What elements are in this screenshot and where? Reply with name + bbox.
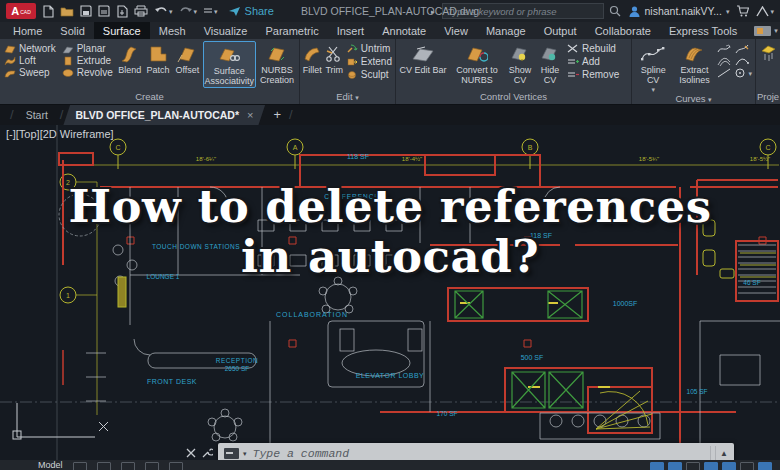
ribbon-display-icon <box>754 26 771 36</box>
undo-icon[interactable]: ▾ <box>154 6 173 17</box>
extract-isolines-button[interactable]: Extract Isolines <box>673 41 715 86</box>
blend-curve-icon[interactable] <box>717 44 731 54</box>
file-tab-document[interactable]: BLVD OFFICE_PLAN-AUTOCAD* × <box>63 104 265 125</box>
open-folder-icon[interactable] <box>60 5 74 17</box>
command-bar[interactable]: ▾ ▲ <box>218 443 734 460</box>
panel-curves-footer[interactable]: Curves ▾ <box>632 93 755 104</box>
extract-isolines-icon <box>683 45 705 63</box>
recent-commands-icon[interactable] <box>224 448 239 459</box>
untrim-button[interactable]: Untrim <box>347 43 392 54</box>
tab-manage[interactable]: Manage <box>477 22 535 39</box>
extrude-button[interactable]: Extrude <box>62 55 113 66</box>
cv-edit-bar-button[interactable]: CV Edit Bar <box>397 41 449 76</box>
fillet-button[interactable]: Fillet <box>301 41 324 76</box>
drawing-canvas[interactable]: [-] [Top] [2D Wireframe] C A B C 2 1 <box>0 125 780 460</box>
offset-curve-icon[interactable] <box>717 56 731 66</box>
undo-caret-icon[interactable]: ▾ <box>169 8 173 15</box>
revolve-button[interactable]: Revolve <box>62 67 113 78</box>
tab-solid[interactable]: Solid <box>51 22 93 39</box>
units-toggle-icon[interactable] <box>686 462 700 470</box>
panel-edit-footer[interactable]: Edit ▾ <box>300 91 395 104</box>
command-input[interactable] <box>251 446 707 461</box>
autocad-logo[interactable]: A CAD <box>6 3 36 19</box>
workspace-toggle-icon[interactable] <box>668 462 682 470</box>
polar-toggle-icon[interactable] <box>145 462 159 470</box>
command-customize-wrench-icon[interactable] <box>201 447 213 459</box>
planar-button[interactable]: Planar <box>62 43 113 54</box>
arc-icon[interactable] <box>735 56 749 66</box>
tab-output[interactable]: Output <box>535 22 586 39</box>
grid-toggle-icon[interactable] <box>73 462 87 470</box>
search-icon[interactable] <box>609 5 621 17</box>
close-tab-icon[interactable]: × <box>247 109 253 121</box>
tab-annotate[interactable]: Annotate <box>373 22 435 39</box>
show-cv-button[interactable]: Show CV <box>505 41 535 86</box>
tab-mesh[interactable]: Mesh <box>150 22 195 39</box>
project-geometry-button[interactable] <box>757 41 779 66</box>
autodesk-logo-icon[interactable]: ▾ <box>756 6 774 17</box>
hide-cv-button[interactable]: Hide CV <box>535 41 565 86</box>
graphics-toggle-icon[interactable] <box>704 462 718 470</box>
command-history-toggle-icon[interactable]: ▲ <box>720 449 728 458</box>
clean-screen-toggle-icon[interactable] <box>740 462 754 470</box>
curve-pencil-icon[interactable] <box>735 44 749 54</box>
new-tab-button[interactable]: + <box>265 104 289 125</box>
tab-express-tools[interactable]: Express Tools <box>660 22 746 39</box>
convert-to-nurbs-button[interactable]: Convert to NURBS <box>449 41 505 86</box>
remove-cv-button[interactable]: Remove <box>567 69 619 80</box>
tab-collaborate[interactable]: Collaborate <box>586 22 660 39</box>
viewport-visual-style-control[interactable]: [2D Wireframe] <box>40 128 114 140</box>
surface-associativity-button[interactable]: Surface Associativity <box>203 41 257 88</box>
tab-parametric[interactable]: Parametric <box>256 22 327 39</box>
annotation-toggle-icon[interactable] <box>650 462 664 470</box>
tab-insert[interactable]: Insert <box>328 22 374 39</box>
add-cv-button[interactable]: Add <box>567 56 619 67</box>
panel-project-footer[interactable]: Proje <box>756 91 780 104</box>
save-icon[interactable] <box>80 5 92 17</box>
tab-home[interactable]: Home <box>4 22 51 39</box>
circle-tool-button[interactable]: ▾ <box>735 68 752 78</box>
line-icon[interactable] <box>717 68 731 78</box>
nurbs-creation-button[interactable]: NURBS Creation <box>256 41 298 86</box>
titlebar-right: ▸ nishant.naikVY... ▾ ▾ <box>431 3 774 19</box>
plot-printer-icon[interactable] <box>134 5 148 17</box>
customization-toggle-icon[interactable] <box>758 462 772 470</box>
export-icon[interactable] <box>116 5 128 18</box>
cart-icon[interactable] <box>736 5 749 17</box>
tab-view[interactable]: View <box>435 22 477 39</box>
sculpt-button[interactable]: Sculpt <box>347 69 392 80</box>
panel-cv-footer[interactable]: Control Vertices <box>396 91 631 104</box>
sweep-button[interactable]: Sweep <box>4 67 56 78</box>
viewport-view-control[interactable]: [Top] <box>16 128 40 140</box>
tab-visualize[interactable]: Visualize <box>195 22 257 39</box>
patch-button[interactable]: Patch <box>144 41 173 76</box>
ribbon-display-button[interactable]: ▾ <box>754 22 778 39</box>
trim-button[interactable]: Trim <box>324 41 345 76</box>
save-as-icon[interactable] <box>98 5 110 17</box>
tab-surface[interactable]: Surface <box>94 22 150 39</box>
loft-button[interactable]: Loft <box>4 55 56 66</box>
isolate-toggle-icon[interactable] <box>722 462 736 470</box>
panel-create-footer[interactable]: Create <box>0 91 299 104</box>
new-file-icon[interactable] <box>42 5 54 18</box>
spline-cv-button[interactable]: Spline CV ▾ <box>633 41 673 93</box>
offset-button[interactable]: Offset <box>172 41 202 76</box>
redo-icon[interactable]: ▾ <box>179 6 198 17</box>
qat-customize-icon[interactable]: ▾ <box>203 7 218 16</box>
ortho-toggle-icon[interactable] <box>121 462 135 470</box>
extend-button[interactable]: Extend <box>347 56 392 67</box>
viewport-minimize-control[interactable]: [-] <box>6 128 16 140</box>
file-tab-start[interactable]: Start <box>14 104 60 125</box>
command-close-icon[interactable] <box>186 448 196 458</box>
blend-button[interactable]: Blend <box>116 41 144 76</box>
rebuild-button[interactable]: Rebuild <box>567 43 619 54</box>
snap-toggle-icon[interactable] <box>97 462 111 470</box>
recent-commands-caret-icon[interactable]: ▾ <box>243 450 247 457</box>
redo-caret-icon[interactable]: ▾ <box>194 8 198 15</box>
osnap-toggle-icon[interactable] <box>169 462 183 470</box>
fillet-icon <box>303 45 321 63</box>
model-tab[interactable]: Model <box>38 461 63 470</box>
network-button[interactable]: Network <box>4 43 56 54</box>
user-account[interactable]: nishant.naikVY... ▾ <box>628 5 730 18</box>
share-button[interactable]: Share <box>228 5 274 17</box>
